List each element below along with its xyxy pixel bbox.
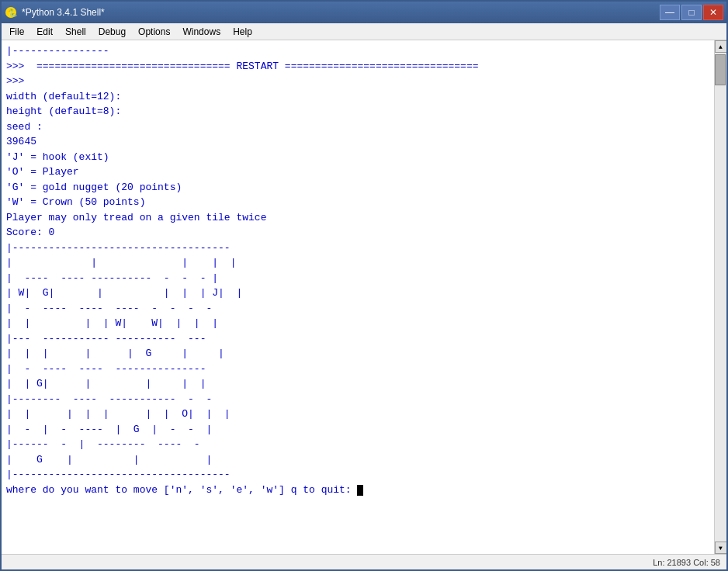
height-prompt: height (default=8): [6, 104, 709, 119]
map-row-15: |------------------------------------ [6, 467, 709, 483]
status-bar: Ln: 21893 Col: 58 [2, 554, 726, 569]
cursor [357, 485, 363, 496]
map-row-12: | - | - ---- | G | - - | [6, 422, 709, 438]
map-row-14: | G | | | [6, 452, 709, 468]
width-prompt: width (default=12): [6, 89, 709, 105]
map-row-8: | - ---- ---- --------------- [6, 362, 709, 377]
menu-windows[interactable]: Windows [176, 25, 227, 39]
maximize-button[interactable]: □ [681, 5, 702, 20]
map-row-6: |--- ----------- ---------- --- [6, 331, 709, 347]
scroll-track[interactable] [715, 53, 726, 542]
map-row-3: | W| G| | | | | J| | [6, 286, 709, 301]
map-row-2: | ---- ---- ---------- - - - | [6, 271, 709, 286]
legend-o: 'O' = Player [6, 164, 709, 180]
cursor-position: Ln: 21893 Col: 58 [653, 558, 720, 567]
map-row-10: |-------- ---- ----------- - - [6, 392, 709, 407]
legend-j: 'J' = hook (exit) [6, 150, 709, 165]
map-row-0: |------------------------------------ [6, 241, 709, 256]
title-bar: 🐍 *Python 3.4.1 Shell* — □ ✕ [2, 2, 726, 23]
legend-w: 'W' = Crown (50 points) [6, 195, 709, 210]
menu-file[interactable]: File [3, 25, 30, 39]
shell-content: |---------------- >>> ==================… [2, 40, 726, 554]
menu-debug[interactable]: Debug [92, 25, 132, 39]
score-line: Score: 0 [6, 225, 709, 241]
map-row-13: |------ - | -------- ---- - [6, 437, 709, 452]
scroll-thumb[interactable] [715, 54, 726, 85]
scroll-up-button[interactable]: ▲ [715, 40, 727, 53]
shell-output[interactable]: |---------------- >>> ==================… [2, 40, 714, 554]
prompt-empty: >>> [6, 74, 709, 89]
map-row-9: | | G| | | | | [6, 376, 709, 392]
divider-line: |---------------- [6, 43, 709, 59]
menu-shell[interactable]: Shell [59, 25, 92, 39]
title-buttons: — □ ✕ [660, 5, 723, 20]
python-icon: 🐍 [5, 6, 17, 19]
menu-help[interactable]: Help [227, 25, 258, 39]
minimize-button[interactable]: — [660, 5, 680, 20]
legend-g: 'G' = gold nugget (20 points) [6, 180, 709, 196]
svg-text:🐍: 🐍 [8, 8, 17, 18]
close-button[interactable]: ✕ [703, 5, 723, 20]
main-window: 🐍 *Python 3.4.1 Shell* — □ ✕ File Edit S… [0, 0, 728, 571]
seed-prompt: seed : [6, 119, 709, 135]
map-row-7: | | | | | G | | [6, 346, 709, 362]
scrollbar[interactable]: ▲ ▼ [714, 40, 726, 554]
map-row-11: | | | | | | | O| | | [6, 407, 709, 422]
menu-options[interactable]: Options [132, 25, 176, 39]
map-row-4: | - ---- ---- ---- - - - - [6, 301, 709, 317]
seed-value: 39645 [6, 134, 709, 150]
map-row-5: | | | | W| W| | | | [6, 316, 709, 331]
map-row-1: | | | | | [6, 255, 709, 271]
move-prompt: where do you want to move ['n', 's', 'e'… [6, 483, 709, 498]
scroll-down-button[interactable]: ▼ [715, 542, 727, 554]
tread-rule: Player may only tread on a given tile tw… [6, 210, 709, 226]
title-bar-left: 🐍 *Python 3.4.1 Shell* [5, 6, 105, 19]
restart-line: >>> ================================ RES… [6, 59, 709, 74]
menu-edit[interactable]: Edit [30, 25, 59, 39]
menu-bar: File Edit Shell Debug Options Windows He… [2, 23, 726, 40]
window-title: *Python 3.4.1 Shell* [22, 7, 105, 18]
